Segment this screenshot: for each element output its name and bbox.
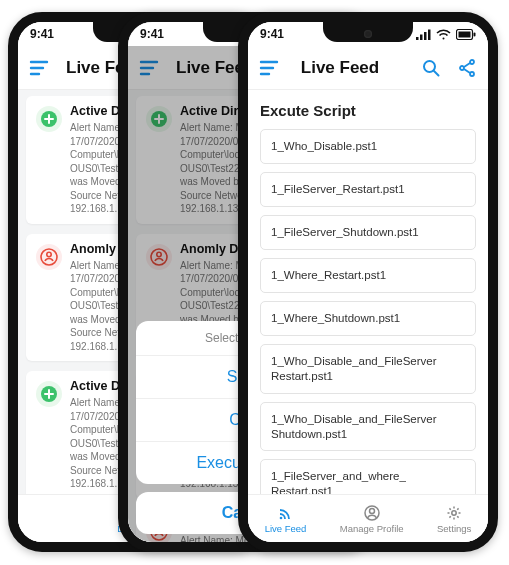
- svg-point-48: [452, 510, 456, 514]
- script-item[interactable]: 1_FileServer_Restart.pst1: [260, 172, 476, 207]
- nav-label: Manage Profile: [340, 523, 404, 534]
- menu-icon[interactable]: [28, 57, 50, 79]
- svg-point-7: [47, 252, 51, 256]
- nav-settings[interactable]: Settings: [437, 504, 471, 534]
- phone-notch: [323, 22, 413, 42]
- svg-point-41: [460, 66, 464, 70]
- battery-icon: [456, 29, 476, 40]
- nav-label: Live Feed: [265, 523, 307, 534]
- svg-rect-29: [424, 32, 427, 40]
- script-page-title: Excute Script: [260, 102, 476, 119]
- phone-execute-script: 9:41 Live Feed Excute Script: [238, 12, 498, 552]
- page-title: Live Feed: [270, 58, 410, 78]
- status-time: 9:41: [30, 27, 54, 41]
- profile-icon: [364, 504, 380, 522]
- signal-icon: [416, 29, 431, 40]
- svg-line-44: [464, 69, 470, 73]
- svg-rect-33: [459, 31, 471, 37]
- script-item[interactable]: 1_FileServer_and_where_ Restart.pst1: [260, 459, 476, 494]
- svg-point-40: [470, 60, 474, 64]
- svg-line-39: [434, 71, 439, 76]
- alert-badge-icon: [36, 381, 62, 407]
- svg-point-42: [470, 72, 474, 76]
- nav-label: Settings: [437, 523, 471, 534]
- status-time: 9:41: [140, 27, 164, 41]
- svg-rect-27: [416, 37, 419, 40]
- script-item[interactable]: 1_Where_Restart.pst1: [260, 258, 476, 293]
- svg-rect-34: [474, 32, 476, 36]
- status-time: 9:41: [260, 27, 284, 41]
- wifi-icon: [436, 29, 451, 40]
- nav-manage-profile[interactable]: Manage Profile: [340, 504, 404, 534]
- alert-badge-icon: [36, 106, 62, 132]
- share-icon[interactable]: [456, 57, 478, 79]
- rss-icon: [278, 504, 294, 522]
- nav-live-feed[interactable]: Live Feed: [265, 504, 307, 534]
- script-item[interactable]: 1_Who_Disable_and_FileServer Shutdown.ps…: [260, 402, 476, 452]
- svg-point-45: [279, 516, 282, 519]
- svg-line-43: [464, 63, 470, 67]
- search-icon[interactable]: [420, 57, 442, 79]
- svg-rect-28: [420, 34, 423, 40]
- script-item[interactable]: 1_Who_Disable_and_FileServer Restart.pst…: [260, 344, 476, 394]
- script-item[interactable]: 1_Where_Shutdown.pst1: [260, 301, 476, 336]
- svg-rect-30: [428, 29, 431, 40]
- svg-point-47: [369, 508, 374, 513]
- alert-badge-icon: [36, 244, 62, 270]
- svg-point-31: [443, 37, 445, 39]
- script-item[interactable]: 1_Who_Disable.pst1: [260, 129, 476, 164]
- script-list-page: Excute Script 1_Who_Disable.pst11_FileSe…: [248, 90, 488, 494]
- script-item[interactable]: 1_FileServer_Shutdown.pst1: [260, 215, 476, 250]
- app-bar: Live Feed: [248, 46, 488, 90]
- status-indicators: [416, 29, 476, 40]
- bottom-nav: Live Feed Manage Profile Settings: [248, 494, 488, 542]
- script-list: 1_Who_Disable.pst11_FileServer_Restart.p…: [260, 129, 476, 494]
- gear-icon: [446, 504, 462, 522]
